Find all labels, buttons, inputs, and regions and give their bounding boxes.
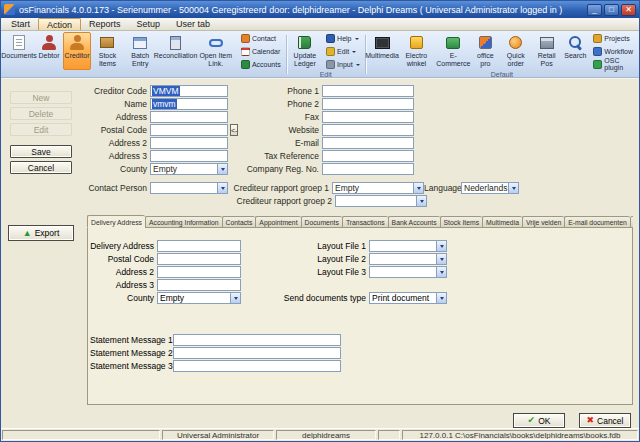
statement-message2-input[interactable] (173, 347, 341, 359)
delivery-address2-input[interactable] (157, 266, 241, 278)
creditor-button[interactable]: Creditor (63, 32, 91, 70)
creditor-report-group1-select[interactable]: Empty (332, 182, 424, 194)
pencil-icon (326, 47, 335, 56)
calendar-button[interactable]: Calendar (239, 45, 283, 57)
save-button[interactable]: Save (10, 145, 72, 158)
address-input[interactable] (150, 111, 228, 123)
ribbon-group-default-caption: Default (367, 70, 637, 78)
language-select[interactable]: Nederlands (461, 182, 519, 194)
stock-items-button[interactable]: Stock Items (91, 32, 124, 70)
osc-plugin-button[interactable]: OSC plugin (591, 58, 635, 70)
menu-action[interactable]: Action (38, 18, 81, 30)
contact-person-select[interactable] (150, 182, 228, 194)
layout-file2-select[interactable] (369, 253, 447, 265)
phone1-input[interactable] (322, 85, 414, 97)
update-ledger-button[interactable]: Update Ledger (288, 32, 322, 70)
office-pro-button[interactable]: office pro (471, 32, 499, 70)
email-label: E-mail (233, 138, 319, 148)
county-select[interactable]: Empty (150, 163, 228, 175)
gear-icon (593, 60, 602, 69)
menu-user-tab[interactable]: User tab (168, 18, 218, 30)
chevron-down-icon (355, 38, 359, 42)
multimedia-icon (375, 34, 390, 51)
search-button[interactable]: Search (561, 32, 589, 70)
phone1-label: Phone 1 (233, 86, 319, 96)
help-icon (326, 34, 335, 43)
edit-menu-button[interactable]: Edit (324, 45, 362, 57)
county-label: County (87, 164, 147, 174)
phone2-input[interactable] (322, 98, 414, 110)
postal-code-label: Postal Code (87, 125, 147, 135)
help-menu-button[interactable]: Help (324, 32, 362, 44)
creditor-report-group2-label: Crediteur rapport groep 2 (231, 196, 332, 206)
menu-setup[interactable]: Setup (129, 18, 169, 30)
chevron-down-icon (436, 241, 446, 251)
statement-message3-input[interactable] (173, 360, 341, 372)
e-commerce-button[interactable]: E-Commerce (435, 32, 471, 70)
layout-file3-select[interactable] (369, 266, 447, 278)
status-book: delphidreams (276, 430, 376, 440)
open-item-link-button[interactable]: Open Item Link. (195, 32, 237, 70)
projects-button[interactable]: Projects (591, 32, 635, 44)
multimedia-button[interactable]: Multimedia (367, 32, 398, 70)
menu-start[interactable]: Start (3, 18, 38, 30)
accounts-icon (241, 60, 250, 69)
delivery-address-panel: Delivery Address Layout File 1 Postal Co… (87, 227, 633, 405)
minimize-button[interactable]: _ (587, 4, 602, 16)
send-documents-type-select[interactable]: Print document (369, 292, 447, 304)
delivery-address3-input[interactable] (157, 279, 241, 291)
projects-icon (593, 34, 602, 43)
website-input[interactable] (322, 124, 414, 136)
tab-delivery-address[interactable]: Delivery Address (87, 215, 145, 228)
layout-file1-select[interactable] (369, 240, 447, 252)
maximize-button[interactable]: □ (604, 4, 619, 16)
address2-input[interactable] (150, 137, 228, 149)
ribbon-separator (286, 35, 287, 74)
email-input[interactable] (322, 137, 414, 149)
quick-order-button[interactable]: Quick order (499, 32, 532, 70)
layout-file3-label: Layout File 3 (266, 267, 366, 277)
creditor-code-value: VMVM (152, 86, 180, 96)
creditor-code-input[interactable]: VMVM (150, 85, 228, 97)
company-reg-no-input[interactable] (322, 163, 414, 175)
delivery-address-input[interactable] (157, 240, 241, 252)
cancel-record-button[interactable]: Cancel (10, 161, 72, 174)
debtor-button[interactable]: Debtor (35, 32, 63, 70)
input-menu-button[interactable]: Input (324, 58, 362, 70)
office-icon (479, 34, 492, 51)
ribbon-toolbar: Documents Debtor Creditor Stock Items Ba… (1, 31, 639, 78)
delivery-postal-code-input[interactable] (157, 253, 241, 265)
workflow-button[interactable]: Workflow (591, 45, 635, 57)
edit-button[interactable]: Edit (10, 123, 72, 136)
statement-message1-label: Statement Message 1 (90, 335, 170, 345)
contact-button[interactable]: Contact (239, 32, 283, 44)
search-icon (568, 34, 583, 51)
address3-input[interactable] (150, 150, 228, 162)
delete-button[interactable]: Delete (10, 107, 72, 120)
quick-order-icon (509, 34, 522, 51)
postal-code-input[interactable] (150, 124, 228, 136)
statement-message3-label: Statement Message 3 (90, 361, 170, 371)
electro-winkel-button[interactable]: Electro winkel (398, 32, 436, 70)
retail-pos-button[interactable]: Retail Pos (532, 32, 561, 70)
status-database-path: 127.0.0.1 C:\osFinancials\books\delphidr… (402, 430, 638, 440)
delivery-county-select[interactable]: Empty (157, 292, 241, 304)
reconciliation-button[interactable]: Reconciliation (157, 32, 195, 70)
creditor-report-group1-label: Crediteur rapport groep 1 (228, 183, 329, 193)
ok-button[interactable]: ✔ OK (513, 413, 565, 428)
new-button[interactable]: New (10, 91, 72, 104)
accounts-button[interactable]: Accounts (239, 58, 283, 70)
link-icon (209, 34, 223, 51)
export-button[interactable]: ▲ Export (8, 225, 74, 241)
close-button[interactable]: ✕ (621, 4, 636, 16)
batch-entry-button[interactable]: Batch Entry (124, 32, 157, 70)
fax-input[interactable] (322, 111, 414, 123)
tax-reference-input[interactable] (322, 150, 414, 162)
creditor-report-group2-select[interactable] (335, 195, 427, 207)
cancel-button[interactable]: ✖ Cancel (579, 413, 631, 428)
menu-reports[interactable]: Reports (81, 18, 129, 30)
address3-label: Address 3 (87, 151, 147, 161)
statement-message1-input[interactable] (173, 334, 341, 346)
name-input[interactable]: vmvm (150, 98, 228, 110)
documents-button[interactable]: Documents (3, 32, 35, 70)
